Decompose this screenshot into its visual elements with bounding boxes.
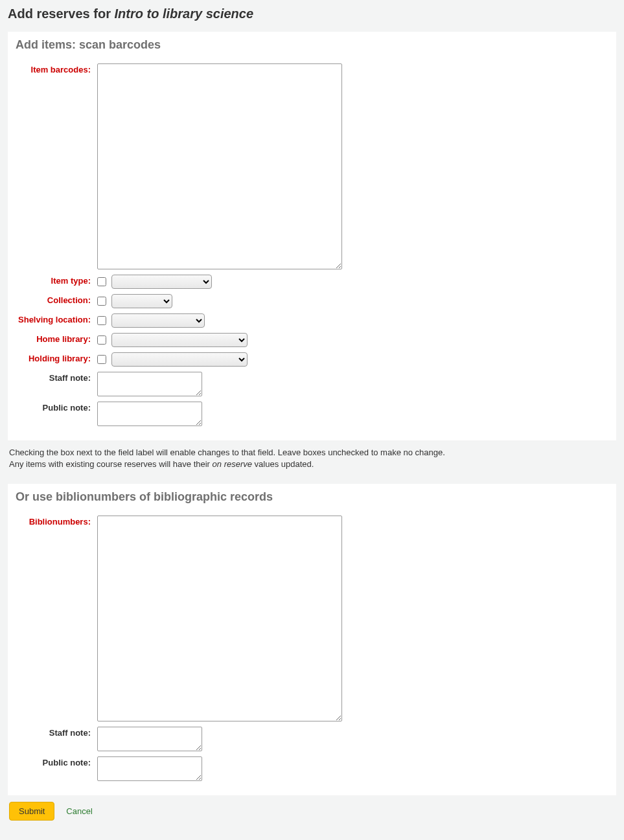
- staff-note-input-1[interactable]: [97, 372, 202, 396]
- public-note-input-2[interactable]: [97, 756, 202, 781]
- page-title: Add reserves for Intro to library scienc…: [8, 6, 616, 21]
- public-note-input-1[interactable]: [97, 402, 202, 426]
- panel-scan-barcodes: Add items: scan barcodes Item barcodes: …: [8, 32, 616, 440]
- title-prefix: Add reserves for: [8, 6, 115, 21]
- homelib-select[interactable]: [111, 333, 248, 347]
- cancel-link[interactable]: Cancel: [66, 806, 92, 816]
- itemtype-enable-checkbox[interactable]: [97, 277, 106, 286]
- label-public-note-1: Public note:: [16, 402, 97, 413]
- label-staff-note-1: Staff note:: [16, 372, 97, 383]
- shelving-select[interactable]: [111, 313, 205, 328]
- shelving-enable-checkbox[interactable]: [97, 316, 106, 325]
- panel-biblionumbers: Or use biblionumbers of bibliographic re…: [8, 484, 616, 795]
- panel-heading-scan: Add items: scan barcodes: [16, 38, 608, 52]
- label-holding-library: Holding library:: [16, 352, 97, 364]
- label-shelving-location: Shelving location:: [16, 313, 97, 325]
- collection-enable-checkbox[interactable]: [97, 297, 106, 306]
- collection-select[interactable]: [111, 294, 172, 308]
- panel-heading-biblio: Or use biblionumbers of bibliographic re…: [16, 490, 608, 504]
- biblionumbers-input[interactable]: [97, 516, 342, 721]
- label-item-type: Item type:: [16, 275, 97, 286]
- label-staff-note-2: Staff note:: [16, 727, 97, 738]
- hint-line2a: Any items with existing course reserves …: [9, 459, 213, 469]
- actions-bar: Submit Cancel: [8, 795, 616, 827]
- course-name: Intro to library science: [115, 6, 254, 21]
- hint-line1: Checking the box next to the field label…: [9, 447, 615, 459]
- label-home-library: Home library:: [16, 333, 97, 345]
- itemtype-select[interactable]: [111, 275, 212, 289]
- item-barcodes-input[interactable]: [97, 63, 342, 269]
- holdlib-select[interactable]: [111, 352, 248, 367]
- holdlib-enable-checkbox[interactable]: [97, 355, 106, 364]
- submit-button[interactable]: Submit: [9, 802, 54, 821]
- staff-note-input-2[interactable]: [97, 727, 202, 751]
- homelib-enable-checkbox[interactable]: [97, 335, 106, 345]
- label-collection: Collection:: [16, 294, 97, 306]
- hint-line2b: values updated.: [252, 459, 314, 469]
- hint-line2-italic: on reserve: [213, 459, 252, 469]
- hint-line2: Any items with existing course reserves …: [9, 459, 615, 470]
- hint-block: Checking the box next to the field label…: [8, 440, 616, 476]
- label-biblionumbers: Biblionumbers:: [16, 516, 97, 527]
- label-item-barcodes: Item barcodes:: [16, 63, 97, 75]
- label-public-note-2: Public note:: [16, 756, 97, 768]
